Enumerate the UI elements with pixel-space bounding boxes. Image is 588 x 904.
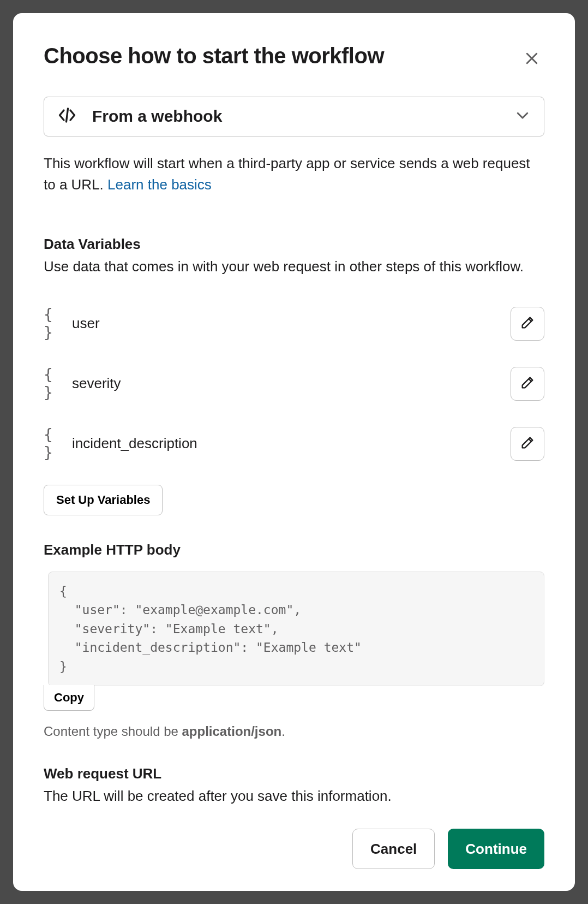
pencil-icon [520, 375, 535, 392]
trigger-type-label: From a webhook [92, 107, 514, 126]
trigger-description: This workflow will start when a third-pa… [44, 153, 544, 195]
content-type-note: Content type should be application/json. [44, 724, 544, 739]
edit-variable-button[interactable] [511, 427, 544, 461]
pencil-icon [520, 435, 535, 452]
edit-variable-button[interactable] [511, 367, 544, 401]
content-type-suffix: . [281, 724, 285, 739]
variable-row: { } incident_description [44, 414, 544, 474]
variable-name: incident_description [72, 435, 511, 452]
continue-button[interactable]: Continue [448, 829, 544, 869]
web-request-url-text: The URL will be created after you save t… [44, 786, 544, 807]
variables-list: { } user { } severity { } incident_descr… [44, 294, 544, 474]
cancel-button[interactable]: Cancel [352, 829, 435, 869]
example-http-body-code: { "user": "example@example.com", "severi… [48, 572, 544, 687]
close-button[interactable] [519, 46, 544, 73]
pencil-icon [520, 315, 535, 332]
close-icon [524, 60, 540, 68]
braces-icon: { } [44, 306, 65, 342]
content-type-prefix: Content type should be [44, 724, 182, 739]
variable-name: user [72, 315, 511, 332]
example-http-body-heading: Example HTTP body [44, 542, 544, 558]
trigger-type-select[interactable]: From a webhook [44, 97, 544, 136]
copy-button[interactable]: Copy [44, 685, 94, 711]
webhook-icon [57, 105, 77, 127]
data-variables-subheading: Use data that comes in with your web req… [44, 256, 544, 277]
variable-row: { } severity [44, 354, 544, 414]
variable-name: severity [72, 375, 511, 392]
chevron-down-icon [514, 107, 531, 126]
edit-variable-button[interactable] [511, 307, 544, 341]
braces-icon: { } [44, 426, 65, 462]
setup-variables-button[interactable]: Set Up Variables [44, 485, 163, 515]
workflow-trigger-modal: Choose how to start the workflow From a … [13, 13, 575, 891]
modal-footer: Cancel Continue [44, 807, 544, 869]
modal-title: Choose how to start the workflow [44, 44, 384, 68]
web-request-url-heading: Web request URL [44, 765, 544, 782]
data-variables-heading: Data Variables [44, 236, 544, 253]
learn-basics-link[interactable]: Learn the basics [107, 176, 212, 193]
braces-icon: { } [44, 366, 65, 402]
content-type-value: application/json [182, 724, 282, 739]
modal-header: Choose how to start the workflow [44, 44, 544, 73]
variable-row: { } user [44, 294, 544, 354]
